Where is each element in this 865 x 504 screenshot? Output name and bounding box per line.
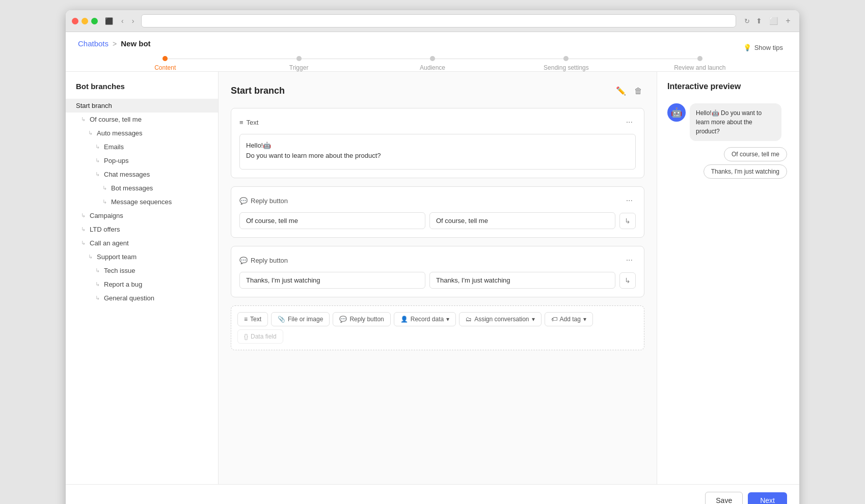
- add-data-field-label: Data field: [251, 333, 277, 340]
- add-text-icon: ≡: [244, 316, 248, 323]
- breadcrumb-current: New bot: [121, 39, 150, 48]
- chat-bubble: Hello!🤖 Do you want to learn more about …: [690, 103, 781, 141]
- sidebar-item-of-course[interactable]: ↳ Of course, tell me: [66, 113, 218, 126]
- forward-button[interactable]: ›: [129, 16, 138, 26]
- step-content[interactable]: Content: [98, 56, 232, 71]
- sidebar-label-chat-messages: Chat messages: [104, 171, 150, 178]
- save-button[interactable]: Save: [705, 492, 743, 504]
- sidebar-item-bot-messages[interactable]: ↳ Bot messages: [66, 181, 218, 195]
- breadcrumb-chatbots[interactable]: Chatbots: [78, 39, 109, 48]
- sidebar-label-popups: Pop-ups: [104, 157, 128, 164]
- close-button[interactable]: [72, 18, 78, 24]
- step-dot-content: [163, 56, 168, 61]
- add-data-field-icon: {}: [244, 333, 248, 340]
- reply-buttons-group: Of course, tell me Thanks, I'm just watc…: [667, 147, 789, 179]
- lightbulb-icon: 💡: [743, 44, 751, 51]
- reply-input-2b[interactable]: [429, 272, 615, 289]
- assign-dropdown-icon: ▾: [532, 316, 535, 323]
- reply-block-1-type-label: Reply button: [251, 197, 288, 205]
- reply-input-1a[interactable]: [239, 212, 425, 229]
- reply-link-button-2[interactable]: ↳: [619, 272, 636, 289]
- step-label-audience: Audience: [420, 64, 445, 71]
- edit-branch-button[interactable]: ✏️: [614, 84, 628, 98]
- sidebar-item-tech-issue[interactable]: ↳ Tech issue: [66, 264, 218, 277]
- add-text-label: Text: [250, 316, 261, 323]
- maximize-button[interactable]: [91, 18, 98, 24]
- tree-hook-icon-6: ↳: [102, 185, 107, 191]
- sidebar-item-report-bug[interactable]: ↳ Report a bug: [66, 277, 218, 291]
- share-button[interactable]: ⬆: [754, 16, 764, 26]
- sidebar-item-message-sequences[interactable]: ↳ Message sequences: [66, 195, 218, 209]
- sidebar-item-emails[interactable]: ↳ Emails: [66, 140, 218, 154]
- nav-buttons: ⬛ ‹ ›: [102, 16, 137, 26]
- reply-input-1b[interactable]: [429, 212, 615, 229]
- preview-chat-area: 🤖 Hello!🤖 Do you want to learn more abou…: [667, 103, 789, 179]
- step-label-trigger: Trigger: [289, 64, 309, 71]
- sidebar-toggle-icon[interactable]: ⬛: [102, 16, 116, 26]
- text-content-line1: Hello!🤖: [246, 141, 629, 151]
- text-block-icon: ≡: [239, 119, 244, 126]
- bot-avatar: 🤖: [667, 103, 686, 122]
- sidebar-item-general-question[interactable]: ↳ General question: [66, 291, 218, 305]
- tree-hook-icon-5: ↳: [95, 171, 100, 178]
- text-block-card: ≡ Text ··· Hello!🤖 Do you want to learn …: [231, 108, 644, 178]
- sidebar-item-popups[interactable]: ↳ Pop-ups: [66, 154, 218, 167]
- delete-branch-button[interactable]: 🗑: [632, 84, 644, 98]
- add-block-toolbar: ≡ Text 📎 File or image 💬 Reply button 👤 …: [231, 305, 644, 350]
- traffic-lights: [72, 18, 98, 24]
- step-label-sending: Sending settings: [544, 64, 589, 71]
- new-tab-icon[interactable]: ⬜: [767, 16, 780, 26]
- text-block-type: ≡ Text: [239, 119, 258, 126]
- preview-reply-button-2[interactable]: Thanks, I'm just watching: [704, 164, 787, 179]
- sidebar-label-report-bug: Report a bug: [104, 281, 142, 288]
- refresh-button[interactable]: ↻: [744, 17, 750, 25]
- show-tips-button[interactable]: 💡 Show tips: [739, 42, 787, 53]
- add-record-label: Record data: [411, 316, 444, 323]
- tree-hook-icon-12: ↳: [95, 267, 100, 274]
- add-text-button[interactable]: ≡ Text: [237, 312, 268, 326]
- tree-hook-icon-14: ↳: [95, 295, 100, 301]
- sidebar-item-start-branch[interactable]: Start branch: [66, 99, 218, 113]
- step-line-4: [566, 59, 699, 59]
- reply-block-1-more-button[interactable]: ···: [623, 195, 636, 206]
- add-record-data-button[interactable]: 👤 Record data ▾: [394, 312, 456, 326]
- text-block-more-button[interactable]: ···: [623, 117, 636, 128]
- add-file-icon: 📎: [278, 316, 285, 323]
- add-reply-button-button[interactable]: 💬 Reply button: [333, 312, 390, 326]
- record-dropdown-icon: ▾: [446, 316, 449, 323]
- sidebar-item-call-agent[interactable]: ↳ Call an agent: [66, 236, 218, 250]
- preview-reply-button-1[interactable]: Of course, tell me: [724, 147, 787, 161]
- browser-actions: ⬆ ⬜ +: [754, 16, 793, 26]
- app-wrapper: Chatbots > New bot 💡 Show tips Content: [66, 32, 799, 504]
- tree-hook-icon-11: ↳: [88, 254, 93, 260]
- reply-link-button-1[interactable]: ↳: [619, 213, 636, 229]
- step-dot-review: [697, 56, 702, 61]
- back-button[interactable]: ‹: [118, 16, 127, 26]
- add-tag-icon: 🏷: [551, 316, 557, 323]
- minimize-button[interactable]: [82, 18, 88, 24]
- text-block-type-label: Text: [247, 119, 259, 126]
- sidebar-item-ltd-offers[interactable]: ↳ LTD offers: [66, 222, 218, 236]
- reply-block-2-more-button[interactable]: ···: [623, 255, 636, 266]
- address-bar[interactable]: [141, 14, 736, 27]
- step-line-3: [432, 59, 566, 59]
- add-assign-conv-button[interactable]: 🗂 Assign conversation ▾: [459, 312, 541, 326]
- app-header: Chatbots > New bot 💡 Show tips Content: [66, 32, 799, 72]
- sidebar-item-chat-messages[interactable]: ↳ Chat messages: [66, 167, 218, 181]
- add-file-image-button[interactable]: 📎 File or image: [271, 312, 330, 326]
- add-tag-button[interactable]: 🏷 Add tag ▾: [545, 312, 593, 326]
- chat-bot-row: 🤖 Hello!🤖 Do you want to learn more abou…: [667, 103, 789, 141]
- text-content-box[interactable]: Hello!🤖 Do you want to learn more about …: [239, 134, 636, 170]
- tree-hook-icon: ↳: [81, 116, 86, 123]
- preview-title: Interactive preview: [667, 82, 789, 91]
- add-assign-icon: 🗂: [466, 316, 472, 323]
- reply-input-2a[interactable]: [239, 272, 425, 289]
- step-dot-sending: [563, 56, 569, 61]
- sidebar-item-auto-messages[interactable]: ↳ Auto messages: [66, 126, 218, 140]
- tree-hook-icon-7: ↳: [102, 199, 107, 205]
- next-button[interactable]: Next: [748, 492, 787, 504]
- sidebar-item-support-team[interactable]: ↳ Support team: [66, 250, 218, 264]
- sidebar-item-campaigns[interactable]: ↳ Campaigns: [66, 209, 218, 222]
- main-layout: Bot branches Start branch ↳ Of course, t…: [66, 72, 799, 484]
- add-tab-button[interactable]: +: [783, 16, 793, 26]
